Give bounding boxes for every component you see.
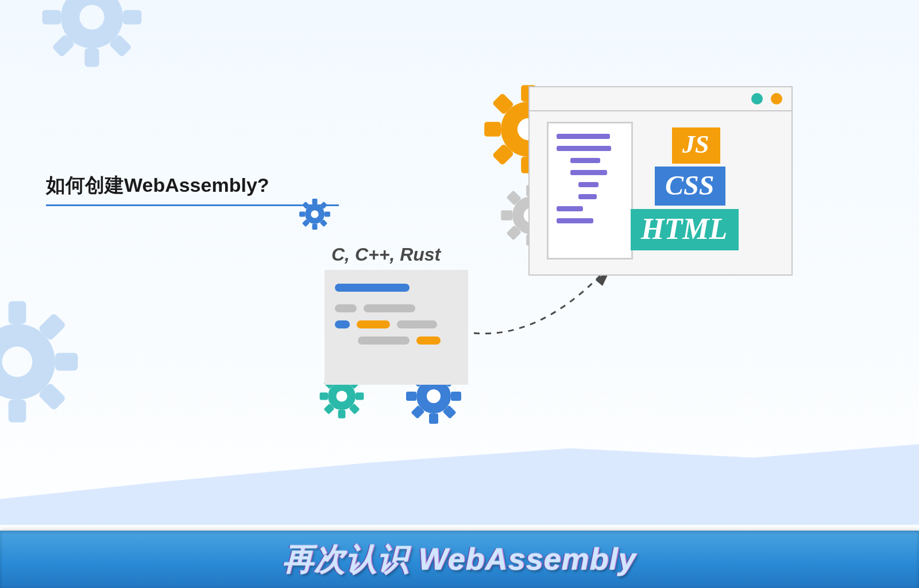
title-text: 如何创建WebAssembly? [46,172,327,199]
arrow-icon [468,264,617,356]
svg-point-9 [79,5,104,29]
svg-point-69 [427,389,441,403]
svg-rect-2 [84,48,99,67]
svg-rect-33 [484,122,501,137]
svg-rect-62 [429,413,438,424]
tag-css: CSS [655,167,725,206]
svg-point-19 [2,347,33,377]
svg-rect-3 [43,10,61,24]
tag-html: HTML [631,209,739,250]
svg-rect-4 [123,10,141,24]
banner-text: 再次认识 WebAssembly [283,539,636,581]
page-title: 如何创建WebAssembly? [46,172,327,206]
source-languages-label: C, C++, Rust [331,244,441,265]
source-code-panel [325,270,468,385]
window-dot-icon [751,93,763,105]
bottom-banner: 再次认识 WebAssembly [0,531,919,588]
svg-rect-64 [451,392,461,401]
svg-rect-12 [9,400,26,423]
title-underline [46,204,339,206]
wave-shape [0,421,919,525]
svg-rect-14 [55,353,78,371]
svg-rect-52 [338,410,346,418]
svg-rect-63 [406,392,416,401]
browser-title-bar [530,87,791,111]
svg-point-59 [336,390,347,401]
svg-rect-43 [501,210,512,220]
document-icon [547,122,633,260]
gear-icon [40,0,144,69]
svg-rect-53 [320,393,328,400]
svg-rect-23 [299,212,305,217]
svg-point-29 [311,210,318,218]
svg-rect-22 [312,224,318,230]
window-dot-icon [771,93,782,105]
svg-rect-54 [356,393,364,400]
tag-js: JS [672,127,720,164]
gear-icon [0,299,80,425]
svg-rect-11 [9,301,26,324]
svg-rect-24 [325,212,330,217]
